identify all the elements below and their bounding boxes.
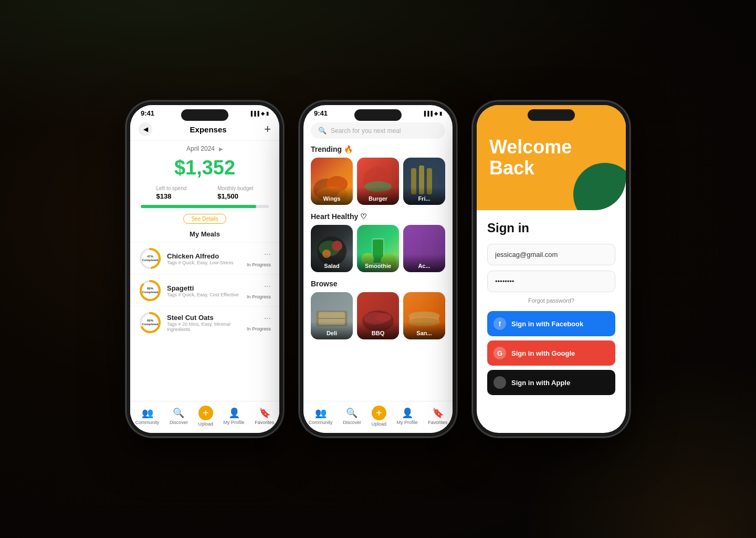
- food-card-burger[interactable]: Burger: [357, 158, 399, 205]
- food-card-fries[interactable]: Fri...: [403, 158, 445, 205]
- budget-progress-fill: [141, 205, 256, 208]
- phone2-time: 9:41: [314, 109, 328, 117]
- nav-community-label-2: Community: [309, 420, 333, 425]
- facebook-signin-button[interactable]: f Sign in with Facebook: [487, 311, 615, 336]
- browse-grid: Deli BBQ: [303, 292, 453, 347]
- back-button[interactable]: ◀: [139, 122, 152, 136]
- meal-status-spagetti: In Progress: [247, 294, 271, 299]
- profile-icon-2: 👤: [402, 407, 413, 419]
- nav-community-2[interactable]: 👥 Community: [309, 407, 333, 425]
- community-icon-1: 👥: [142, 407, 153, 419]
- food-card-acai[interactable]: Ac...: [403, 225, 445, 272]
- nav-upload-label-1: Upload: [198, 421, 213, 427]
- food-card-bbq[interactable]: BBQ: [357, 292, 399, 339]
- food-card-smoothie[interactable]: Smoothie: [357, 225, 399, 272]
- add-expense-button[interactable]: +: [264, 122, 271, 136]
- food-card-deli[interactable]: Deli: [311, 292, 353, 339]
- bbq-label: BBQ: [357, 322, 399, 339]
- phone3-content: Welcome Back Sign in Forgot password? f …: [477, 105, 626, 433]
- meal-percent-oats: 66%Completed: [139, 311, 162, 334]
- left-to-spend-label: Left to spend: [156, 185, 186, 191]
- monthly-budget-label: Monthly budget: [217, 185, 253, 191]
- meal-name-chicken: Chicken Alfredo: [167, 252, 242, 260]
- phone2-bottom-nav: 👥 Community 🔍 Discover + Upload 👤 My Pro…: [303, 401, 453, 433]
- signin-form: Sign in Forgot password? f Sign in with …: [477, 210, 626, 395]
- browse-title: Browse: [303, 280, 453, 292]
- smoothie-label: Smoothie: [357, 254, 399, 272]
- month-arrow-icon[interactable]: ▶: [219, 146, 223, 152]
- nav-favorites-label-2: Favorites: [428, 420, 447, 425]
- fries-label: Fri...: [403, 187, 445, 205]
- my-meals-title: My Meals: [130, 228, 279, 242]
- nav-discover-2[interactable]: 🔍 Discover: [343, 407, 361, 425]
- total-amount: $1,352: [130, 154, 279, 185]
- nav-discover-1[interactable]: 🔍 Discover: [170, 407, 188, 425]
- meal-menu-chicken[interactable]: ···: [264, 250, 271, 259]
- nav-discover-label-2: Discover: [343, 420, 361, 425]
- password-input[interactable]: [487, 271, 615, 292]
- phone2-notch: [354, 109, 402, 121]
- phone1-content: 9:41 ▐▐▐ ◈ ▮ ◀ Expenses +: [130, 105, 279, 433]
- signin-heading: Sign in: [487, 221, 615, 235]
- see-details-button[interactable]: See Details: [183, 214, 226, 224]
- nav-profile-2[interactable]: 👤 My Profile: [397, 407, 418, 425]
- phone2-content: 9:41 ▐▐▐ ◈ ▮ 🔍 Search for you next meal …: [303, 105, 453, 433]
- apple-signin-button[interactable]: Sign in with Apple: [487, 370, 615, 395]
- forgot-password-link[interactable]: Forgot password?: [487, 297, 615, 304]
- see-details-section: See Details: [130, 211, 279, 228]
- nav-profile-label-1: My Profile: [224, 420, 245, 425]
- nav-upload-2[interactable]: + Upload: [371, 406, 386, 427]
- nav-favorites-2[interactable]: 🔖 Favorites: [428, 407, 447, 425]
- nav-profile-label-2: My Profile: [397, 420, 418, 425]
- meal-progress-chicken: 47%Completed: [139, 247, 162, 270]
- left-to-spend-value: $138: [156, 192, 171, 200]
- meal-tags-spagetti: Tags # Quick, Easy, Cost Effective: [167, 292, 242, 297]
- monthly-budget-value: $1,500: [217, 192, 238, 200]
- burger-label: Burger: [357, 187, 399, 205]
- discover-icon-2: 🔍: [346, 407, 358, 419]
- meal-item-chicken: 47%Completed Chicken Alfredo Tags # Quic…: [130, 242, 279, 274]
- meal-name-oats: Steel Cut Oats: [167, 314, 242, 322]
- apple-icon: [494, 376, 506, 389]
- search-placeholder: Search for you next meal: [331, 127, 401, 134]
- search-bar[interactable]: 🔍 Search for you next meal: [311, 122, 445, 139]
- google-signin-button[interactable]: G Sign in with Google: [487, 340, 615, 366]
- heart-healthy-grid: Salad Smoothie: [303, 225, 453, 280]
- svg-point-27: [375, 313, 391, 322]
- nav-discover-label-1: Discover: [170, 420, 188, 425]
- phone1-status-icons: ▐▐▐ ◈ ▮: [249, 111, 269, 116]
- upload-icon-1: +: [198, 406, 213, 420]
- google-icon: G: [494, 347, 506, 359]
- fire-icon: 🔥: [344, 145, 353, 153]
- meal-menu-spagetti[interactable]: ···: [264, 282, 271, 291]
- profile-icon-1: 👤: [228, 407, 240, 419]
- battery-icon-2: ▮: [439, 111, 442, 116]
- sandwich-label: San...: [403, 322, 445, 339]
- left-to-spend: Left to spend $138: [156, 185, 186, 201]
- food-card-sandwich[interactable]: San...: [403, 292, 445, 339]
- nav-upload-label-2: Upload: [371, 421, 386, 427]
- phone1-inner: 9:41 ▐▐▐ ◈ ▮ ◀ Expenses +: [130, 105, 279, 433]
- browse-label: Browse: [311, 280, 338, 288]
- food-card-wings[interactable]: Wings: [311, 158, 353, 205]
- phones-container: 9:41 ▐▐▐ ◈ ▮ ◀ Expenses +: [0, 0, 756, 538]
- nav-favorites-1[interactable]: 🔖 Favorites: [255, 407, 274, 425]
- phone2-inner: 9:41 ▐▐▐ ◈ ▮ 🔍 Search for you next meal …: [303, 105, 453, 433]
- phone-signin: Welcome Back Sign in Forgot password? f …: [472, 101, 630, 437]
- nav-community-label-1: Community: [135, 420, 160, 425]
- month-navigation: April 2024 ▶: [130, 141, 279, 154]
- signal-icon: ▐▐▐: [249, 111, 259, 116]
- nav-profile-1[interactable]: 👤 My Profile: [224, 407, 245, 425]
- salad-label: Salad: [311, 254, 353, 272]
- phone-expenses: 9:41 ▐▐▐ ◈ ▮ ◀ Expenses +: [126, 101, 284, 437]
- phone3-notch: [528, 109, 575, 121]
- email-input[interactable]: [487, 244, 615, 265]
- meal-menu-oats[interactable]: ···: [264, 314, 271, 323]
- deli-label: Deli: [311, 322, 353, 339]
- phone1-notch: [181, 109, 228, 121]
- nav-community-1[interactable]: 👥 Community: [135, 407, 160, 425]
- food-card-salad[interactable]: Salad: [311, 225, 353, 272]
- nav-upload-1[interactable]: + Upload: [198, 406, 213, 427]
- budget-row: Left to spend $138 Monthly budget $1,500: [130, 185, 279, 205]
- heart-icon: ♡: [360, 212, 367, 221]
